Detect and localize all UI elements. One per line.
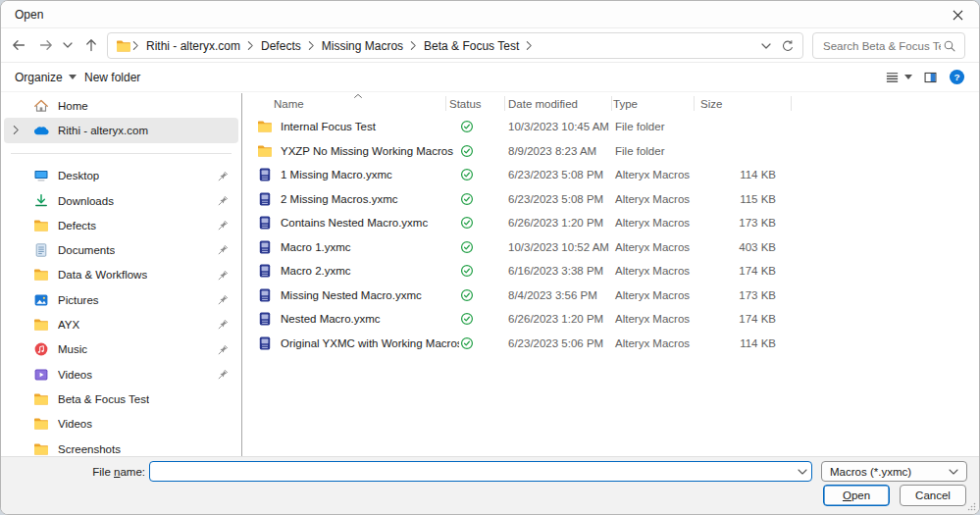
open-button[interactable]: Open — [823, 485, 890, 506]
sidebar-item-downloads[interactable]: Downloads — [4, 188, 238, 213]
file-date-modified: 6/23/2023 5:08 PM — [508, 187, 603, 212]
pin-icon — [217, 318, 230, 331]
column-separator[interactable] — [791, 96, 792, 111]
file-row-1-missing-macro-yxmc[interactable]: 1 Missing Macro.yxmc6/23/2023 5:08 PMAlt… — [243, 163, 979, 187]
file-name: 2 Missing Macros.yxmc — [281, 187, 459, 212]
chevron-right-icon — [308, 40, 315, 51]
sidebar-item-label: Videos — [58, 369, 92, 381]
sidebar-item-label: Desktop — [58, 170, 99, 181]
sidebar-item-videos[interactable]: Videos — [4, 412, 238, 437]
sidebar-item-label: Beta & Focus Test — [58, 393, 149, 405]
file-name-input[interactable] — [154, 465, 798, 479]
pin-icon — [217, 368, 230, 381]
sidebar-item-label: Data & Workflows — [58, 269, 147, 281]
refresh-icon[interactable] — [781, 39, 795, 53]
file-name: Contains Nested Macro.yxmc — [281, 211, 459, 235]
sidebar-item-ayx[interactable]: AYX — [4, 312, 238, 336]
chevron-right-icon[interactable] — [13, 125, 20, 135]
file-type: Alteryx Macros — [615, 283, 690, 308]
file-row-yxzp-no-missing-working-macros[interactable]: YXZP No Missing Working Macros8/9/2023 8… — [243, 139, 979, 164]
sidebar-item-music[interactable]: Music — [4, 337, 238, 362]
onedrive-icon — [33, 123, 49, 138]
change-view-button[interactable] — [885, 70, 912, 84]
file-name: Nested Macro.yxmc — [281, 307, 459, 332]
svg-text:?: ? — [954, 72, 959, 82]
file-size: 174 KB — [694, 259, 776, 283]
column-header-name[interactable]: Name — [274, 98, 304, 110]
cancel-button[interactable]: Cancel — [900, 485, 966, 506]
file-list: Internal Focus Test10/3/2023 10:45 AMFil… — [243, 115, 979, 456]
breadcrumb-item-beta-focus-test[interactable]: Beta & Focus Test — [418, 39, 525, 53]
file-row-missing-nested-macro-yxmc[interactable]: Missing Nested Macro.yxmc8/4/2023 3:56 P… — [243, 283, 979, 308]
column-separator[interactable] — [504, 96, 505, 111]
search-input[interactable] — [821, 39, 943, 53]
file-size: 174 KB — [694, 307, 776, 332]
chevron-right-icon — [132, 40, 139, 51]
file-row-nested-macro-yxmc[interactable]: Nested Macro.yxmc6/26/2023 1:20 PMAltery… — [243, 307, 979, 332]
sidebar-item-desktop[interactable]: Desktop — [4, 164, 238, 188]
address-dropdown-chevron-icon[interactable] — [761, 43, 771, 49]
column-separator[interactable] — [611, 96, 612, 111]
sidebar-item-label: Documents — [58, 244, 115, 256]
file-row-original-yxmc-with-working-macros-yxmc[interactable]: Original YXMC with Working Macros.yxmc6/… — [243, 332, 979, 356]
alteryx-macro-file-icon — [257, 215, 273, 231]
file-type: Alteryx Macros — [615, 187, 690, 212]
file-date-modified: 6/26/2023 1:20 PM — [508, 307, 603, 332]
file-name: Original YXMC with Working Macros.yxmc — [281, 332, 459, 356]
breadcrumb-item-missing-macros[interactable]: Missing Macros — [316, 39, 409, 53]
sidebar-item-beta-focus-test[interactable]: Beta & Focus Test — [4, 386, 238, 411]
sidebar-item-rithi-alteryx-com[interactable]: Rithi - alteryx.com — [4, 118, 238, 142]
list-view-icon — [885, 70, 900, 84]
file-row-2-missing-macros-yxmc[interactable]: 2 Missing Macros.yxmc6/23/2023 5:08 PMAl… — [243, 187, 979, 212]
sidebar-item-defects[interactable]: Defects — [4, 213, 238, 237]
file-type: Alteryx Macros — [615, 259, 690, 283]
file-row-internal-focus-test[interactable]: Internal Focus Test10/3/2023 10:45 AMFil… — [243, 115, 979, 139]
sidebar-item-home[interactable]: Home — [4, 93, 238, 118]
sidebar-item-label: Defects — [58, 220, 96, 232]
title-bar: Open — [1, 1, 979, 28]
breadcrumb-item-rithi-alteryx-com[interactable]: Rithi - alteryx.com — [140, 39, 246, 53]
column-header-size[interactable]: Size — [700, 98, 722, 110]
column-header-date-modified[interactable]: Date modified — [508, 98, 578, 110]
navigation-bar: Rithi - alteryx.comDefectsMissing Macros… — [1, 29, 979, 62]
organize-button[interactable]: Organize — [15, 63, 77, 91]
close-button[interactable] — [936, 1, 979, 28]
sidebar-item-pictures[interactable]: Pictures — [4, 287, 238, 312]
file-row-contains-nested-macro-yxmc[interactable]: Contains Nested Macro.yxmc6/26/2023 1:20… — [243, 211, 979, 235]
pin-icon — [217, 243, 230, 256]
help-button[interactable]: ? — [949, 69, 965, 85]
chevron-down-icon[interactable] — [798, 469, 807, 475]
column-separator[interactable] — [694, 96, 695, 111]
folder-icon — [33, 441, 49, 457]
resize-grip[interactable] — [967, 502, 976, 511]
sidebar-item-data-workflows[interactable]: Data & Workflows — [4, 263, 238, 287]
sidebar-item-videos[interactable]: Videos — [4, 362, 238, 386]
alteryx-macro-file-icon — [257, 167, 273, 182]
recent-locations-button[interactable] — [63, 42, 73, 48]
pictures-icon — [33, 292, 49, 308]
up-button[interactable] — [83, 37, 99, 53]
sync-status-icon — [460, 312, 474, 326]
file-row-macro-1-yxmc[interactable]: Macro 1.yxmc10/3/2023 10:52 AMAlteryx Ma… — [243, 235, 979, 260]
toolbar-right-group: ? — [885, 63, 965, 91]
forward-button[interactable] — [38, 37, 54, 53]
videos-icon — [33, 367, 49, 383]
column-header-status[interactable]: Status — [449, 98, 482, 110]
sidebar-item-screenshots[interactable]: Screenshots — [4, 437, 238, 456]
breadcrumb-item-defects[interactable]: Defects — [255, 39, 307, 53]
search-box[interactable] — [812, 32, 965, 59]
preview-pane-button[interactable] — [923, 71, 938, 84]
sidebar-item-documents[interactable]: Documents — [4, 237, 238, 262]
file-row-macro-2-yxmc[interactable]: Macro 2.yxmc6/16/2023 3:38 PMAlteryx Mac… — [243, 259, 979, 283]
file-type-select[interactable]: Macros (*.yxmc) — [821, 461, 967, 482]
back-button[interactable] — [11, 37, 26, 53]
folder-icon — [33, 267, 49, 283]
column-header-type[interactable]: Type — [613, 98, 638, 110]
column-separator[interactable] — [445, 96, 446, 111]
address-bar[interactable]: Rithi - alteryx.comDefectsMissing Macros… — [107, 32, 803, 59]
file-date-modified: 6/23/2023 5:08 PM — [508, 163, 603, 187]
new-folder-button[interactable]: New folder — [84, 63, 140, 91]
file-type: Alteryx Macros — [615, 163, 690, 187]
folder-icon — [33, 391, 49, 407]
file-type-value: Macros (*.yxmc) — [830, 466, 949, 478]
